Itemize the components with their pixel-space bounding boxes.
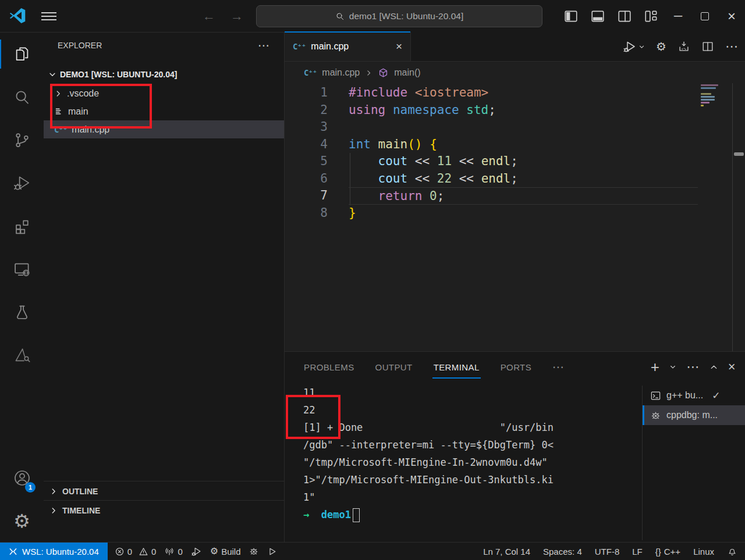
terminal-launch-dropdown-icon[interactable] bbox=[669, 363, 676, 370]
breadcrumbs: C⁺⁺ main.cpp main() bbox=[285, 62, 745, 84]
tab-ports[interactable]: PORTS bbox=[501, 352, 531, 382]
activity-settings[interactable]: ⚙ bbox=[0, 500, 44, 543]
line-number[interactable]: 5 bbox=[285, 153, 328, 170]
problems-status[interactable]: 0 0 bbox=[111, 547, 161, 557]
activity-remote-explorer[interactable] bbox=[0, 248, 44, 291]
menu-hamburger-icon[interactable] bbox=[41, 12, 57, 21]
extensions-icon bbox=[13, 217, 31, 235]
code-line[interactable]: #include <iostream> bbox=[349, 84, 698, 102]
run-build-task-icon[interactable] bbox=[677, 40, 690, 53]
remote-os[interactable]: Linux bbox=[689, 547, 718, 557]
gutter: 12345678 bbox=[285, 84, 328, 222]
line-number[interactable]: 6 bbox=[285, 170, 328, 188]
new-terminal-icon[interactable]: + bbox=[651, 358, 660, 376]
tab-terminal[interactable]: TERMINAL bbox=[434, 352, 480, 382]
code-line[interactable]: cout << 22 << endl; bbox=[349, 170, 698, 188]
gear-icon[interactable]: ⚙ bbox=[656, 41, 666, 52]
scrollbar-marker[interactable] bbox=[734, 152, 744, 156]
customize-layout-icon[interactable] bbox=[644, 9, 659, 24]
outline-section[interactable]: OUTLINE bbox=[44, 481, 284, 501]
remote-label: WSL: Ubuntu-20.04 bbox=[22, 547, 99, 557]
ports-status[interactable]: 0 bbox=[160, 546, 186, 557]
workspace-root-folder[interactable]: DEMO1 [WSL: UBUNTU-20.04] bbox=[44, 65, 284, 84]
tab-problems[interactable]: PROBLEMS bbox=[304, 352, 354, 382]
code-line[interactable] bbox=[349, 119, 698, 136]
debug-status-icon[interactable] bbox=[187, 546, 206, 557]
panel-more-tabs-icon[interactable]: ⋯ bbox=[552, 360, 564, 374]
activity-explorer[interactable] bbox=[0, 33, 44, 76]
tab-output[interactable]: OUTPUT bbox=[375, 352, 413, 382]
tree-item-main-file[interactable]: main bbox=[44, 102, 284, 120]
code-line[interactable]: } bbox=[349, 205, 698, 222]
split-editor-icon[interactable] bbox=[701, 40, 714, 53]
makefile-tools-icon bbox=[13, 347, 31, 364]
outline-label: OUTLINE bbox=[62, 487, 98, 496]
timeline-label: TIMELINE bbox=[62, 506, 100, 515]
build-label: Build bbox=[221, 547, 240, 557]
line-number[interactable]: 4 bbox=[285, 136, 328, 154]
activity-run-debug[interactable] bbox=[0, 162, 44, 205]
code-line[interactable]: cout << 11 << endl; bbox=[349, 153, 698, 170]
maximize-panel-icon[interactable] bbox=[709, 363, 718, 372]
tab-main-cpp[interactable]: C⁺⁺ main.cpp × bbox=[285, 32, 411, 61]
breadcrumb-symbol[interactable]: main() bbox=[394, 67, 420, 78]
toggle-secondary-sidebar-icon[interactable] bbox=[617, 9, 632, 24]
terminal-instance-cppdbg[interactable]: cppdbg: m... bbox=[643, 405, 745, 425]
breadcrumb-file[interactable]: main.cpp bbox=[322, 67, 360, 78]
toggle-panel-icon[interactable] bbox=[590, 9, 605, 24]
explorer-more-actions-icon[interactable]: ⋯ bbox=[258, 38, 270, 52]
code-line[interactable]: using namespace std; bbox=[349, 102, 698, 119]
encoding-setting[interactable]: UTF-8 bbox=[591, 547, 624, 557]
files-icon bbox=[13, 45, 31, 63]
toggle-sidebar-icon[interactable] bbox=[563, 9, 579, 24]
language-mode[interactable]: {} C++ bbox=[651, 547, 684, 557]
minimap[interactable] bbox=[701, 84, 722, 108]
activity-accounts[interactable]: 1 bbox=[0, 456, 44, 500]
line-number[interactable]: 1 bbox=[285, 84, 328, 102]
code-editor[interactable]: 12345678 #include <iostream>using namesp… bbox=[285, 83, 745, 352]
nav-back-icon[interactable]: ← bbox=[203, 9, 215, 24]
command-center-search[interactable]: demo1 [WSL: Ubuntu-20.04] bbox=[256, 5, 542, 27]
nav-forward-icon[interactable]: → bbox=[230, 9, 243, 24]
remote-indicator[interactable]: WSL: Ubuntu-20.04 bbox=[0, 543, 108, 560]
line-number[interactable]: 3 bbox=[285, 119, 328, 136]
terminal-output[interactable]: 1122[1] + Done "/usr/bin/gdb" --interpre… bbox=[285, 382, 661, 543]
tab-close-icon[interactable]: × bbox=[396, 40, 402, 53]
remote-explorer-icon bbox=[13, 261, 31, 278]
title-bar: ← → demo1 [WSL: Ubuntu-20.04] ─ × bbox=[0, 0, 745, 33]
maximize-button[interactable] bbox=[691, 0, 718, 32]
cursor-position[interactable]: Ln 7, Col 14 bbox=[479, 547, 534, 557]
close-window-button[interactable]: × bbox=[718, 0, 745, 32]
run-status-button[interactable] bbox=[263, 547, 281, 557]
line-number[interactable]: 7 bbox=[285, 187, 328, 205]
panel-more-actions-icon[interactable]: ⋯ bbox=[686, 359, 699, 374]
line-number[interactable]: 2 bbox=[285, 102, 328, 119]
eol-setting[interactable]: LF bbox=[628, 547, 647, 557]
activity-source-control[interactable] bbox=[0, 119, 44, 162]
terminal-cursor bbox=[353, 508, 360, 522]
timeline-section[interactable]: TIMELINE bbox=[44, 500, 284, 520]
line-number[interactable]: 8 bbox=[285, 205, 328, 222]
code-line[interactable]: return 0; bbox=[349, 187, 698, 205]
workspace-root-label: DEMO1 [WSL: UBUNTU-20.04] bbox=[60, 70, 177, 79]
minimize-button[interactable]: ─ bbox=[665, 0, 691, 32]
notifications-bell-icon[interactable] bbox=[723, 546, 742, 557]
more-actions-icon[interactable]: ⋯ bbox=[725, 39, 738, 54]
code-line[interactable]: int main() { bbox=[349, 136, 698, 154]
tree-item-main-cpp[interactable]: C⁺⁺ main.cpp bbox=[44, 120, 284, 138]
remote-icon bbox=[9, 547, 17, 556]
activity-extensions[interactable] bbox=[0, 205, 44, 248]
indentation-setting[interactable]: Spaces: 4 bbox=[539, 547, 586, 557]
tree-item-vscode-folder[interactable]: .vscode bbox=[44, 84, 284, 102]
run-or-debug-icon[interactable] bbox=[623, 40, 645, 53]
ports-count: 0 bbox=[178, 547, 182, 557]
activity-search[interactable] bbox=[0, 76, 44, 119]
build-task-button[interactable]: ⚙ Build bbox=[206, 547, 245, 557]
bug-status-button[interactable] bbox=[244, 546, 263, 557]
close-panel-icon[interactable]: × bbox=[728, 359, 736, 374]
terminal-instance-gpp[interactable]: g++ bu... ✓ bbox=[643, 386, 745, 405]
activity-testing[interactable] bbox=[0, 291, 44, 334]
terminal-line: [1] + Done "/usr/bin bbox=[303, 419, 661, 436]
source-control-icon bbox=[13, 131, 31, 149]
activity-makefile-tools[interactable] bbox=[0, 334, 44, 377]
